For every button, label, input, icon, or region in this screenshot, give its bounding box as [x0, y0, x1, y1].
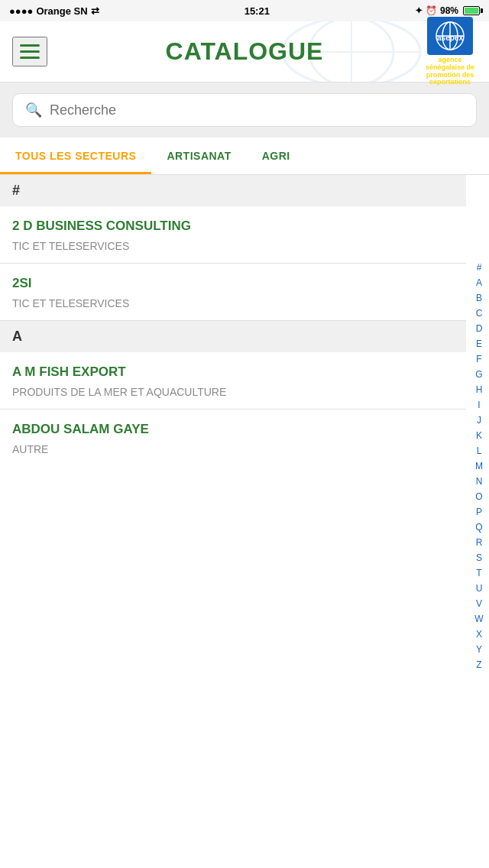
signal-dots: ●●●●: [9, 5, 33, 17]
alpha-n[interactable]: N: [476, 474, 483, 489]
alpha-d[interactable]: D: [476, 321, 483, 336]
alpha-b[interactable]: B: [476, 290, 482, 306]
alpha-a[interactable]: A: [476, 275, 482, 290]
search-container: 🔍: [0, 83, 489, 138]
list-area: # 2 D BUSINESS CONSULTING TIC ET TELESER…: [0, 175, 489, 466]
list-item[interactable]: 2 D BUSINESS CONSULTING TIC ET TELESERVI…: [0, 206, 466, 264]
tab-agri[interactable]: AGRI: [247, 138, 306, 174]
logo-box: asepex: [427, 17, 473, 55]
item-category: TIC ET TELESERVICES: [12, 297, 454, 309]
logo-subtitle: agence sénégalaise de promotion des expo…: [423, 57, 477, 87]
list-item[interactable]: 2SI TIC ET TELESERVICES: [0, 264, 466, 321]
hamburger-line-1: [20, 44, 40, 47]
battery-icon: [463, 6, 480, 15]
alpha-i[interactable]: I: [478, 397, 480, 413]
alpha-h[interactable]: H: [476, 382, 483, 397]
alpha-o[interactable]: O: [475, 489, 482, 504]
alpha-w[interactable]: W: [474, 611, 483, 627]
status-time: 15:21: [244, 5, 270, 17]
list-item[interactable]: A M FISH EXPORT PRODUITS DE LA MER ET AQ…: [0, 352, 466, 410]
alarm-icon: ⏰: [426, 5, 437, 16]
section-header-a: A: [0, 321, 466, 352]
alpha-j[interactable]: J: [477, 413, 481, 428]
carrier-name: Orange SN: [36, 5, 87, 17]
list-item[interactable]: ABDOU SALAM GAYE AUTRE: [0, 410, 466, 455]
tab-artisanat[interactable]: ARTISANAT: [151, 138, 246, 174]
alpha-u[interactable]: U: [476, 581, 483, 596]
search-icon: 🔍: [25, 102, 42, 118]
battery-percent: 98%: [440, 5, 458, 16]
alpha-t[interactable]: T: [476, 565, 481, 581]
alpha-z[interactable]: Z: [476, 657, 481, 672]
status-bar: ●●●● Orange SN ⇄ 15:21 ✦ ⏰ 98%: [0, 0, 489, 21]
alpha-s[interactable]: S: [476, 550, 482, 565]
item-category: PRODUITS DE LA MER ET AQUACULTURE: [12, 386, 454, 398]
alpha-m[interactable]: M: [475, 458, 483, 474]
alpha-r[interactable]: R: [476, 535, 483, 550]
alpha-k[interactable]: K: [476, 428, 482, 443]
hamburger-button[interactable]: [12, 37, 47, 66]
section-header-hash: #: [0, 175, 466, 206]
alpha-p[interactable]: P: [476, 504, 482, 520]
search-input[interactable]: [50, 102, 464, 118]
alpha-x[interactable]: X: [476, 627, 482, 642]
alpha-e[interactable]: E: [476, 336, 482, 351]
svg-text:asepex: asepex: [437, 34, 463, 42]
alpha-hash[interactable]: #: [477, 260, 482, 275]
item-category: AUTRE: [12, 443, 454, 455]
page-title: CATALOGUE: [166, 37, 324, 66]
item-name: 2 D BUSINESS CONSULTING: [12, 219, 454, 234]
alpha-q[interactable]: Q: [475, 520, 482, 535]
alpha-v[interactable]: V: [476, 596, 482, 611]
alpha-c[interactable]: C: [476, 306, 483, 321]
content-area: # 2 D BUSINESS CONSULTING TIC ET TELESER…: [0, 175, 489, 466]
status-left: ●●●● Orange SN ⇄: [9, 5, 99, 17]
hamburger-line-2: [20, 50, 40, 53]
tab-tous-les-secteurs[interactable]: TOUS LES SECTEURS: [0, 138, 151, 174]
hamburger-line-3: [20, 57, 40, 59]
item-category: TIC ET TELESERVICES: [12, 240, 454, 252]
battery-fill: [465, 8, 478, 14]
item-name: ABDOU SALAM GAYE: [12, 422, 454, 437]
alphabet-index: # A B C D E F G H I J K L M N O P Q R S …: [469, 260, 489, 672]
header: CATALOGUE asepex agence sénégalaise de p…: [0, 21, 489, 83]
alpha-g[interactable]: G: [475, 367, 482, 382]
bluetooth-icon: ✦: [415, 5, 423, 16]
wifi-icon: ⇄: [91, 5, 99, 17]
globe-icon: asepex: [435, 21, 465, 51]
logo-area: asepex agence sénégalaise de promotion d…: [423, 17, 477, 87]
item-name: A M FISH EXPORT: [12, 364, 454, 380]
item-name: 2SI: [12, 276, 454, 291]
alpha-l[interactable]: L: [477, 443, 482, 458]
search-input-wrapper[interactable]: 🔍: [12, 93, 477, 127]
alpha-f[interactable]: F: [476, 351, 481, 367]
alpha-y[interactable]: Y: [476, 642, 482, 657]
tabs-bar: TOUS LES SECTEURS ARTISANAT AGRI: [0, 138, 489, 175]
status-right: ✦ ⏰ 98%: [415, 5, 480, 16]
